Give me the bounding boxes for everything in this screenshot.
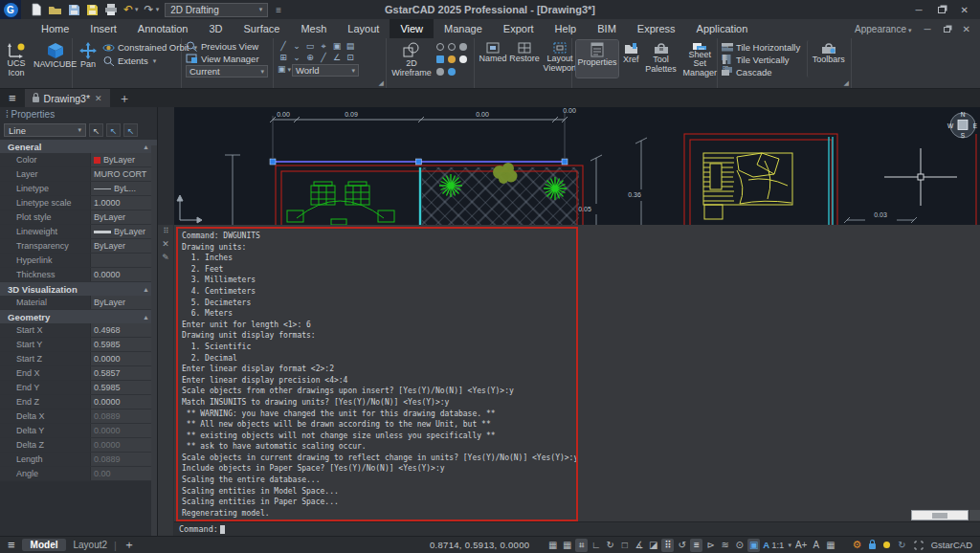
sheet-set-manager-button[interactable]: Sheet Set Manager [681, 40, 720, 77]
dynamic-input-icon[interactable]: ⠿ [661, 539, 674, 552]
ordinate-tool-icon[interactable]: ⊞ [278, 53, 289, 63]
menu-tab[interactable]: 3D [198, 19, 233, 38]
pan-button[interactable]: Pan [77, 40, 100, 77]
ui-lock-icon[interactable] [869, 543, 876, 549]
menu-tab[interactable]: Surface [234, 19, 291, 38]
property-row-color[interactable]: Color ByLayer [0, 153, 157, 167]
layout-tabs-menu-icon[interactable]: ≡ [8, 538, 15, 552]
named-viewports-button[interactable]: Named [479, 40, 507, 77]
selection-cycling-icon[interactable]: ⊳ [704, 539, 717, 552]
grid-icon[interactable]: ▦ [546, 539, 559, 552]
visual-style-thumbnail[interactable] [436, 68, 444, 76]
command-palette-bar[interactable]: ⠿ ✕ ✎ [158, 225, 174, 536]
visual-style-thumbnail[interactable] [448, 43, 456, 51]
new-tab-icon[interactable]: ＋ [110, 90, 140, 107]
section-general[interactable]: General▲ [0, 140, 157, 153]
cascade-button[interactable]: Cascade [722, 66, 800, 77]
close-button[interactable]: ✕ [961, 5, 969, 15]
menu-tab[interactable]: Annotation [127, 19, 199, 38]
properties-scrollbar[interactable] [151, 145, 157, 536]
property-row[interactable]: Delta Y 0.0000 [0, 424, 157, 438]
visual-style-thumbnail[interactable] [448, 68, 456, 76]
ordinate-tool-icon[interactable]: ⌄ [291, 53, 302, 63]
model-tab[interactable]: Model [22, 539, 67, 551]
property-row[interactable]: Delta Z 0.0000 [0, 438, 157, 453]
isodraft-icon[interactable]: ≋ [719, 539, 731, 552]
command-input[interactable]: Command: [174, 521, 980, 536]
annotation-scale-control[interactable]: A 1:1 ▾ [760, 540, 794, 550]
xref-palette-button[interactable]: Xref [621, 40, 641, 77]
property-row[interactable]: Start X 0.4968 [0, 323, 157, 338]
command-log[interactable]: Command: DWGUNITSDrawing units: 1. Inche… [176, 227, 578, 521]
visual-style-thumbnail[interactable] [459, 43, 467, 51]
select-all-button[interactable]: ↖ [123, 123, 138, 137]
quick-properties-icon[interactable]: ▦ [824, 539, 836, 552]
object-type-dropdown[interactable]: Line▾ [4, 123, 86, 137]
view-manager-button[interactable]: View Manager [186, 54, 270, 65]
tool-palettes-button[interactable]: Tool Palettes [644, 40, 679, 77]
gstarcad-logo-icon[interactable]: G [0, 0, 21, 19]
ucs-icon-button[interactable]: UCS Icon [4, 40, 29, 77]
redo-icon[interactable]: ↷▾ [145, 2, 160, 17]
menu-tab[interactable]: Layout [337, 19, 390, 38]
section-3d-visualization[interactable]: 3D Visualization▲ [0, 282, 157, 296]
restore-viewports-button[interactable]: Restore [510, 40, 539, 77]
annotation-monitor-icon[interactable]: ⊙ [733, 539, 746, 552]
quick-access-menu-icon[interactable]: ≡ [268, 5, 289, 15]
property-row[interactable]: Start Y 0.5985 [0, 338, 157, 352]
visual-style-thumbnail[interactable] [448, 55, 456, 63]
property-row-layer[interactable]: Layer MURO CORT [0, 167, 157, 182]
property-row-lineweight[interactable]: Lineweight ByLayer [0, 225, 157, 239]
navicube-button[interactable]: NAVICUBE [32, 40, 78, 77]
new-layout-icon[interactable]: ＋ [123, 537, 135, 553]
visual-style-gallery[interactable] [435, 40, 469, 77]
property-row-hyperlink[interactable]: Hyperlink [0, 254, 157, 268]
ribbon-minimize-button[interactable]: ─ [924, 24, 931, 34]
save-as-icon[interactable] [86, 2, 99, 17]
undo-icon[interactable]: ↶▾ [123, 2, 139, 17]
sync-icon[interactable]: ↻ [898, 540, 905, 550]
open-file-icon[interactable] [48, 2, 62, 17]
scrollbar-thumb[interactable] [932, 513, 947, 519]
property-row[interactable]: Start Z 0.0000 [0, 352, 157, 366]
properties-palette-button[interactable]: Properties [576, 40, 618, 77]
property-row-material[interactable]: Material ByLayer [0, 296, 157, 310]
ordinate-tool-icon[interactable]: ⊕ [304, 53, 316, 63]
command-hscrollbar[interactable] [911, 510, 969, 520]
ucs-dropdown-icon[interactable]: ▣▾ [278, 64, 289, 75]
ordinate-tool-icon[interactable]: ⊡ [345, 53, 356, 63]
workspace-switching-icon[interactable]: ▣ [747, 539, 760, 552]
ordinate-tool-icon[interactable]: ∠ [331, 53, 343, 63]
ordinate-dialog-launcher-icon[interactable]: ◢ [379, 79, 384, 87]
visual-style-thumbnail[interactable] [436, 55, 444, 63]
current-view-dropdown[interactable]: Current▾ [186, 65, 268, 77]
menu-tab[interactable]: Export [493, 19, 545, 38]
ucs-world-dropdown[interactable]: World▾ [292, 64, 359, 77]
menu-tab[interactable]: Application [686, 19, 759, 38]
wireframe-button[interactable]: 2D Wireframe [390, 40, 433, 77]
tile-horizontally-button[interactable]: Tile Horizontally [722, 41, 800, 53]
quick-select-button[interactable]: ↖ [106, 123, 121, 137]
select-object-button[interactable]: ↖ [89, 123, 103, 137]
ordinate-tool-icon[interactable]: ⌄ [291, 41, 302, 52]
property-row[interactable]: Delta X 0.0889 [0, 409, 157, 424]
document-tab[interactable]: Drawing3* ✕ [25, 89, 110, 107]
section-geometry[interactable]: Geometry▲ [0, 310, 157, 323]
menu-tab[interactable]: Manage [434, 19, 493, 38]
visual-style-thumbnail[interactable] [436, 43, 444, 51]
auto-annotation-scale-icon[interactable]: A+ [794, 539, 809, 552]
ui-dialog-launcher-icon[interactable]: ◢ [844, 79, 849, 87]
object-snap-icon[interactable]: □ [618, 539, 631, 552]
property-row-linetype-scale[interactable]: Linetype scale 1.0000 [0, 196, 157, 210]
lineweight-icon[interactable]: ≡ [690, 539, 702, 552]
command-window[interactable]: Command: DWGUNITSDrawing units: 1. Inche… [174, 225, 980, 536]
menu-tab[interactable]: Home [31, 19, 79, 38]
property-row[interactable]: Length 0.0889 [0, 453, 157, 467]
tile-vertically-button[interactable]: Tile Vertically [722, 54, 800, 65]
palette-close-icon[interactable]: ✕ [162, 239, 169, 249]
menu-tab[interactable]: Express [627, 19, 686, 38]
ordinate-tool-icon[interactable]: ▤ [345, 41, 356, 52]
menu-tab[interactable]: Mesh [290, 19, 337, 38]
menu-tab[interactable]: BIM [587, 19, 627, 38]
ordinate-tool-icon[interactable]: ▣ [331, 41, 343, 52]
